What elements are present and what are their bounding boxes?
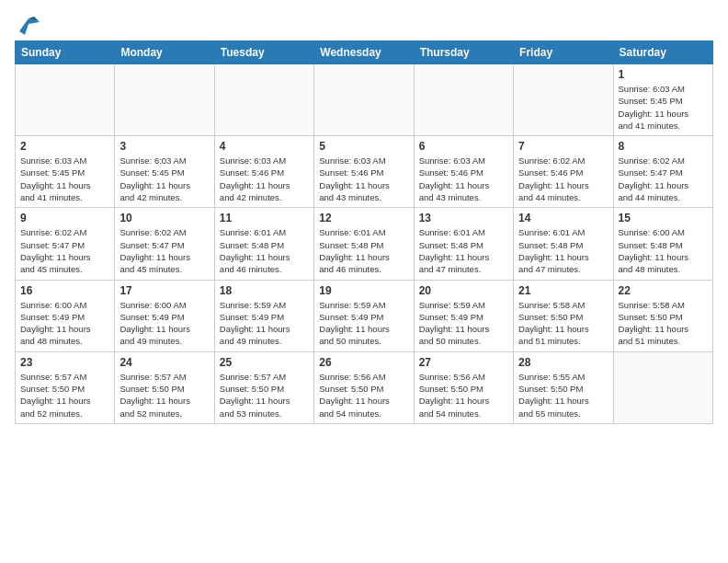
- day-number: 3: [119, 140, 209, 153]
- calendar-cell: 8Sunrise: 6:02 AM Sunset: 5:47 PM Daylig…: [613, 136, 712, 208]
- day-number: 23: [20, 356, 109, 369]
- day-number: 5: [319, 140, 408, 153]
- day-info: Sunrise: 6:03 AM Sunset: 5:46 PM Dayligh…: [220, 155, 309, 203]
- weekday-header-wednesday: Wednesday: [314, 41, 414, 64]
- page-header: [15, 15, 713, 33]
- day-info: Sunrise: 5:57 AM Sunset: 5:50 PM Dayligh…: [119, 371, 209, 419]
- day-info: Sunrise: 5:57 AM Sunset: 5:50 PM Dayligh…: [220, 371, 309, 419]
- calendar-cell: 6Sunrise: 6:03 AM Sunset: 5:46 PM Daylig…: [414, 136, 513, 208]
- day-info: Sunrise: 5:57 AM Sunset: 5:50 PM Dayligh…: [20, 371, 109, 419]
- day-number: 28: [518, 356, 608, 369]
- day-info: Sunrise: 6:03 AM Sunset: 5:45 PM Dayligh…: [619, 83, 708, 132]
- calendar-cell: 23Sunrise: 5:57 AM Sunset: 5:50 PM Dayli…: [16, 351, 115, 423]
- calendar-cell: 1Sunrise: 6:03 AM Sunset: 5:45 PM Daylig…: [613, 64, 712, 136]
- calendar-cell: 4Sunrise: 6:03 AM Sunset: 5:46 PM Daylig…: [214, 136, 313, 208]
- day-number: 18: [220, 284, 309, 297]
- calendar-cell: 10Sunrise: 6:02 AM Sunset: 5:47 PM Dayli…: [115, 208, 214, 280]
- weekday-header-friday: Friday: [514, 41, 613, 64]
- calendar-week-row: 2Sunrise: 6:03 AM Sunset: 5:45 PM Daylig…: [16, 136, 713, 208]
- day-info: Sunrise: 6:00 AM Sunset: 5:49 PM Dayligh…: [119, 299, 209, 348]
- day-number: 4: [220, 140, 309, 153]
- calendar-cell: 25Sunrise: 5:57 AM Sunset: 5:50 PM Dayli…: [214, 351, 313, 423]
- day-info: Sunrise: 6:02 AM Sunset: 5:47 PM Dayligh…: [119, 226, 209, 275]
- calendar-cell: 2Sunrise: 6:03 AM Sunset: 5:45 PM Daylig…: [16, 136, 115, 208]
- day-number: 9: [20, 212, 109, 224]
- calendar-cell: 19Sunrise: 5:59 AM Sunset: 5:49 PM Dayli…: [314, 280, 414, 351]
- day-number: 2: [20, 140, 109, 153]
- day-number: 14: [518, 212, 608, 224]
- calendar-cell: 28Sunrise: 5:55 AM Sunset: 5:50 PM Dayli…: [514, 351, 613, 423]
- day-number: 16: [20, 284, 109, 297]
- calendar-week-row: 23Sunrise: 5:57 AM Sunset: 5:50 PM Dayli…: [16, 351, 713, 423]
- day-info: Sunrise: 6:03 AM Sunset: 5:45 PM Dayligh…: [119, 155, 209, 203]
- calendar-cell: 13Sunrise: 6:01 AM Sunset: 5:48 PM Dayli…: [414, 208, 513, 280]
- calendar-cell: 22Sunrise: 5:58 AM Sunset: 5:50 PM Dayli…: [613, 280, 712, 351]
- calendar-week-row: 1Sunrise: 6:03 AM Sunset: 5:45 PM Daylig…: [16, 64, 713, 136]
- day-info: Sunrise: 6:03 AM Sunset: 5:45 PM Dayligh…: [20, 155, 109, 203]
- day-info: Sunrise: 5:59 AM Sunset: 5:49 PM Dayligh…: [319, 299, 408, 348]
- day-info: Sunrise: 6:00 AM Sunset: 5:48 PM Dayligh…: [619, 226, 708, 275]
- day-number: 19: [319, 284, 408, 297]
- day-info: Sunrise: 6:02 AM Sunset: 5:47 PM Dayligh…: [20, 226, 109, 275]
- calendar-cell: 21Sunrise: 5:58 AM Sunset: 5:50 PM Dayli…: [514, 280, 613, 351]
- day-info: Sunrise: 5:59 AM Sunset: 5:49 PM Dayligh…: [220, 299, 309, 348]
- day-number: 22: [619, 284, 708, 297]
- day-number: 25: [220, 356, 309, 369]
- calendar-cell: [214, 64, 313, 136]
- day-number: 21: [518, 284, 608, 297]
- weekday-header-thursday: Thursday: [414, 41, 513, 64]
- day-number: 6: [419, 140, 508, 153]
- day-info: Sunrise: 6:01 AM Sunset: 5:48 PM Dayligh…: [518, 226, 608, 275]
- weekday-header-sunday: Sunday: [16, 41, 115, 64]
- day-info: Sunrise: 5:56 AM Sunset: 5:50 PM Dayligh…: [419, 371, 508, 419]
- calendar-cell: 5Sunrise: 6:03 AM Sunset: 5:46 PM Daylig…: [314, 136, 414, 208]
- day-info: Sunrise: 5:59 AM Sunset: 5:49 PM Dayligh…: [419, 299, 508, 348]
- day-number: 15: [619, 212, 708, 224]
- calendar-cell: 3Sunrise: 6:03 AM Sunset: 5:45 PM Daylig…: [115, 136, 214, 208]
- day-info: Sunrise: 5:56 AM Sunset: 5:50 PM Dayligh…: [319, 371, 408, 419]
- weekday-header-monday: Monday: [115, 41, 214, 64]
- day-number: 13: [419, 212, 508, 224]
- day-number: 26: [319, 356, 408, 369]
- day-number: 17: [119, 284, 209, 297]
- day-info: Sunrise: 6:00 AM Sunset: 5:49 PM Dayligh…: [20, 299, 109, 348]
- calendar-cell: 7Sunrise: 6:02 AM Sunset: 5:46 PM Daylig…: [514, 136, 613, 208]
- day-number: 11: [220, 212, 309, 224]
- day-number: 27: [419, 356, 508, 369]
- weekday-header-tuesday: Tuesday: [214, 41, 313, 64]
- day-number: 7: [518, 140, 608, 153]
- day-info: Sunrise: 6:01 AM Sunset: 5:48 PM Dayligh…: [419, 226, 508, 275]
- logo-bird-icon: [16, 15, 40, 35]
- day-number: 10: [119, 212, 209, 224]
- weekday-header-saturday: Saturday: [613, 41, 712, 64]
- calendar-table: SundayMondayTuesdayWednesdayThursdayFrid…: [15, 40, 713, 424]
- calendar-cell: 14Sunrise: 6:01 AM Sunset: 5:48 PM Dayli…: [514, 208, 613, 280]
- calendar-cell: [115, 64, 214, 136]
- weekday-header-row: SundayMondayTuesdayWednesdayThursdayFrid…: [16, 41, 713, 64]
- calendar-cell: [414, 64, 513, 136]
- calendar-week-row: 9Sunrise: 6:02 AM Sunset: 5:47 PM Daylig…: [16, 208, 713, 280]
- calendar-cell: 17Sunrise: 6:00 AM Sunset: 5:49 PM Dayli…: [115, 280, 214, 351]
- day-info: Sunrise: 6:02 AM Sunset: 5:47 PM Dayligh…: [619, 155, 708, 203]
- calendar-cell: [16, 64, 115, 136]
- calendar-cell: 20Sunrise: 5:59 AM Sunset: 5:49 PM Dayli…: [414, 280, 513, 351]
- day-info: Sunrise: 6:01 AM Sunset: 5:48 PM Dayligh…: [220, 226, 309, 275]
- day-number: 24: [119, 356, 209, 369]
- calendar-cell: [314, 64, 414, 136]
- calendar-cell: 9Sunrise: 6:02 AM Sunset: 5:47 PM Daylig…: [16, 208, 115, 280]
- calendar-cell: 15Sunrise: 6:00 AM Sunset: 5:48 PM Dayli…: [613, 208, 712, 280]
- calendar-cell: [514, 64, 613, 136]
- day-info: Sunrise: 6:02 AM Sunset: 5:46 PM Dayligh…: [518, 155, 608, 203]
- calendar-cell: [613, 351, 712, 423]
- day-info: Sunrise: 5:58 AM Sunset: 5:50 PM Dayligh…: [518, 299, 608, 348]
- day-info: Sunrise: 5:55 AM Sunset: 5:50 PM Dayligh…: [518, 371, 608, 419]
- calendar-cell: 24Sunrise: 5:57 AM Sunset: 5:50 PM Dayli…: [115, 351, 214, 423]
- day-info: Sunrise: 5:58 AM Sunset: 5:50 PM Dayligh…: [619, 299, 708, 348]
- day-info: Sunrise: 6:01 AM Sunset: 5:48 PM Dayligh…: [319, 226, 408, 275]
- calendar-cell: 16Sunrise: 6:00 AM Sunset: 5:49 PM Dayli…: [16, 280, 115, 351]
- calendar-cell: 26Sunrise: 5:56 AM Sunset: 5:50 PM Dayli…: [314, 351, 414, 423]
- day-info: Sunrise: 6:03 AM Sunset: 5:46 PM Dayligh…: [419, 155, 508, 203]
- day-number: 20: [419, 284, 508, 297]
- day-number: 12: [319, 212, 408, 224]
- calendar-cell: 11Sunrise: 6:01 AM Sunset: 5:48 PM Dayli…: [214, 208, 313, 280]
